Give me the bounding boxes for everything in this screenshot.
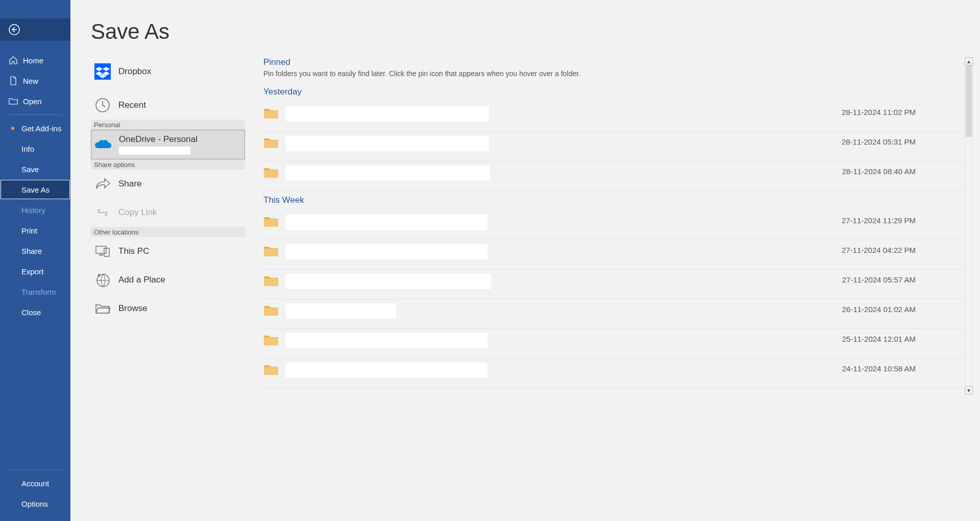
page-title: Save As: [91, 19, 169, 44]
folder-timestamp: 28-11-2024 08:40 AM: [842, 165, 965, 176]
nav-transform: Transform: [0, 281, 70, 302]
folder-name-mask: [286, 215, 487, 230]
svg-rect-19: [104, 248, 109, 256]
folder-icon: [263, 364, 279, 376]
nav-save-as[interactable]: Save As: [0, 179, 70, 200]
location-add-a-place[interactable]: Add a Place: [91, 266, 245, 294]
folder-row[interactable]: 25-11-2024 12:01 AM: [263, 329, 965, 359]
folder-row[interactable]: 28-11-2024 05:31 PM: [263, 132, 965, 161]
nav-print[interactable]: Print: [0, 220, 70, 241]
link-icon: [94, 204, 111, 221]
location-browse-label: Browse: [118, 303, 148, 314]
folder-row[interactable]: 24-11-2024 10:58 AM: [263, 359, 965, 388]
this-pc-icon: [94, 243, 111, 260]
nav-account-label: Account: [21, 479, 49, 488]
clock-icon: [94, 97, 111, 114]
nav-share[interactable]: Share: [0, 241, 70, 261]
nav-get-addins[interactable]: Get Add-ins: [0, 118, 70, 138]
folder-row[interactable]: 28-11-2024 08:40 AM: [263, 161, 965, 191]
location-recent[interactable]: Recent: [91, 91, 245, 120]
pinned-hint: Pin folders you want to easily find late…: [263, 69, 965, 78]
onedrive-account-mask: [119, 147, 190, 155]
folder-timestamp: 28-11-2024 11:02 PM: [842, 106, 965, 116]
locations-share-options-header: Share options: [91, 159, 245, 170]
folder-row[interactable]: 26-11-2024 01:02 AM: [263, 299, 965, 329]
share-arrow-icon: [94, 175, 111, 193]
folder-row[interactable]: 28-11-2024 11:02 PM: [263, 102, 965, 132]
location-dropbox[interactable]: Dropbox: [91, 57, 245, 86]
nav-home-label: Home: [23, 56, 43, 65]
folder-icon: [263, 334, 279, 346]
addins-dot-icon: [11, 127, 14, 130]
location-share-label: Share: [118, 179, 141, 189]
location-onedrive-personal[interactable]: OneDrive - Personal: [91, 130, 245, 159]
folder-row[interactable]: 27-11-2024 04:22 PM: [263, 240, 965, 270]
location-this-pc[interactable]: This PC: [91, 237, 245, 266]
nav-info[interactable]: Info: [0, 138, 70, 159]
nav-open-label: Open: [23, 97, 42, 106]
location-copy-link: Copy Link: [91, 198, 245, 227]
scroll-up-button[interactable]: ▲: [965, 57, 973, 65]
folder-icon: [263, 275, 279, 287]
folder-name-mask: [286, 165, 490, 181]
folder-name-mask: [286, 274, 491, 289]
folder-row[interactable]: 27-11-2024 11:29 PM: [263, 210, 965, 240]
folder-timestamp: 28-11-2024 05:31 PM: [842, 136, 965, 146]
location-add-a-place-label: Add a Place: [118, 275, 165, 285]
folder-section-title: This Week: [263, 195, 965, 205]
nav-account[interactable]: Account: [0, 473, 70, 493]
nav-open[interactable]: Open: [0, 91, 70, 111]
folder-icon: [263, 107, 279, 120]
onedrive-icon: [94, 136, 112, 153]
nav-history-label: History: [21, 206, 45, 215]
location-this-pc-label: This PC: [118, 246, 149, 256]
browse-folder-icon: [94, 300, 111, 317]
folder-icon: [263, 304, 279, 317]
nav-options[interactable]: Options: [0, 493, 70, 514]
folder-section-title: Yesterday: [263, 87, 965, 97]
nav-save-label: Save: [21, 165, 39, 174]
folder-timestamp: 27-11-2024 05:57 AM: [842, 274, 965, 284]
home-icon: [9, 56, 18, 65]
scroll-thumb[interactable]: [966, 65, 972, 137]
folder-name-mask: [286, 333, 487, 348]
locations-other-header: Other locations: [91, 227, 245, 237]
folder-name-mask: [286, 244, 487, 259]
folder-name-mask: [286, 303, 396, 319]
location-copy-link-label: Copy Link: [118, 207, 157, 218]
add-place-icon: [94, 271, 111, 289]
nav-home[interactable]: Home: [0, 50, 70, 70]
dropbox-icon: [94, 63, 111, 80]
scroll-down-button[interactable]: ▼: [965, 386, 973, 394]
nav-history: History: [0, 200, 70, 220]
nav-export-label: Export: [21, 267, 43, 276]
folder-name-mask: [286, 106, 489, 122]
folder-name-mask: [286, 363, 487, 378]
scroll-track[interactable]: [965, 65, 973, 386]
nav-new-label: New: [23, 77, 38, 85]
folder-icon: [263, 245, 279, 257]
location-share[interactable]: Share: [91, 170, 245, 198]
nav-save-as-label: Save As: [21, 185, 50, 194]
folder-row[interactable]: 27-11-2024 05:57 AM: [263, 270, 965, 299]
nav-close-label: Close: [21, 308, 41, 317]
location-browse[interactable]: Browse: [91, 294, 245, 323]
nav-close[interactable]: Close: [0, 302, 70, 322]
svg-rect-18: [99, 254, 103, 255]
locations-personal-header: Personal: [91, 120, 245, 130]
nav-new[interactable]: New: [0, 70, 70, 91]
folder-icon: [263, 216, 279, 228]
back-button[interactable]: [0, 18, 70, 41]
folder-timestamp: 27-11-2024 04:22 PM: [842, 244, 965, 254]
nav-save[interactable]: Save: [0, 159, 70, 179]
nav-export[interactable]: Export: [0, 261, 70, 281]
folder-name-mask: [286, 136, 489, 151]
svg-rect-17: [96, 246, 106, 253]
folder-icon: [263, 167, 279, 179]
nav-info-label: Info: [21, 145, 34, 153]
folder-timestamp: 26-11-2024 01:02 AM: [842, 303, 965, 314]
folder-open-icon: [9, 97, 18, 106]
nav-print-label: Print: [21, 226, 37, 235]
nav-get-addins-label: Get Add-ins: [21, 124, 61, 133]
folder-timestamp: 24-11-2024 10:58 AM: [842, 363, 965, 373]
